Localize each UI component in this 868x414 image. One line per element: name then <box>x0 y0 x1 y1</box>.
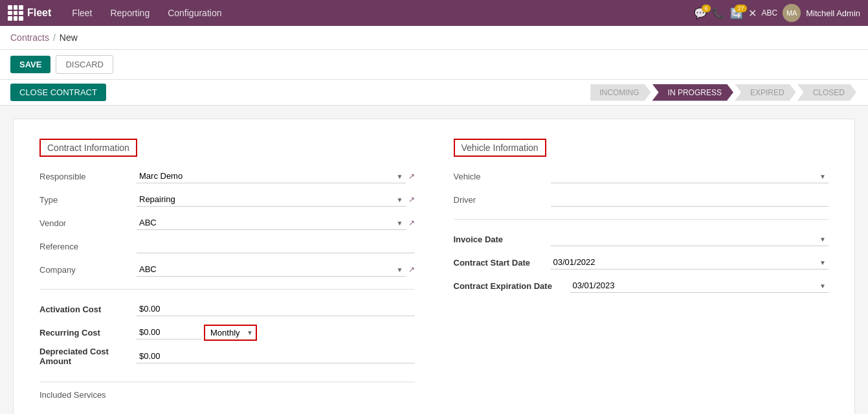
depreciated-cost-value <box>137 349 415 363</box>
driver-input[interactable] <box>551 192 829 207</box>
company-value: ABC ▼ ↗ <box>137 262 415 277</box>
breadcrumb-parent[interactable]: Contracts <box>10 32 49 43</box>
depreciated-cost-input[interactable] <box>137 349 415 363</box>
company-row: Company ABC ▼ ↗ <box>39 260 415 279</box>
responsible-label: Responsible <box>39 172 137 181</box>
status-steps: INCOMING IN PROGRESS EXPIRED CLOSED <box>590 84 858 101</box>
topnav: Fleet Fleet Reporting Configuration 💬6 📞… <box>0 0 868 26</box>
vehicle-info-column: Vehicle Information Vehicle ▼ <box>454 139 829 405</box>
contract-expiration-row: Contract Expiration Date 03/01/2023 ▼ <box>454 277 829 295</box>
status-step-incoming[interactable]: INCOMING <box>590 84 651 101</box>
monthly-frequency-wrapper[interactable]: Monthly Daily Weekly Yearly ▼ <box>204 325 257 341</box>
contract-start-label: Contract Start Date <box>454 258 551 268</box>
nav-fleet[interactable]: Fleet <box>64 4 100 22</box>
action-bar: SAVE DISCARD <box>0 50 868 80</box>
recurring-cost-value: Monthly Daily Weekly Yearly ▼ <box>137 325 415 341</box>
discard-button[interactable]: DISCARD <box>56 55 113 74</box>
status-step-in-progress[interactable]: IN PROGRESS <box>652 84 733 101</box>
vehicle-select-wrapper[interactable]: ▼ <box>551 169 829 183</box>
status-step-expired[interactable]: EXPIRED <box>735 84 796 101</box>
responsible-select[interactable]: Marc Demo <box>137 169 406 183</box>
activation-cost-input[interactable] <box>137 302 415 316</box>
recurring-cost-row: Recurring Cost Monthly Daily Weekly Year… <box>39 323 415 341</box>
company-label: Company <box>39 265 137 275</box>
contract-expiration-select[interactable]: 03/01/2023 <box>570 279 829 293</box>
invoice-date-select[interactable]: 03/01/2022 <box>551 232 829 246</box>
form-card: Contract Information Responsible Marc De… <box>13 119 855 414</box>
vendor-external-link-icon[interactable]: ↗ <box>408 218 415 227</box>
close-contract-button[interactable]: CLOSE CONTRACT <box>10 84 106 101</box>
vendor-select[interactable]: ABC <box>137 216 406 230</box>
activity-icon[interactable]: 🔄27 <box>730 7 743 19</box>
depreciated-cost-row: Depreciated Cost Amount <box>39 347 415 366</box>
status-bar: CLOSE CONTRACT INCOMING IN PROGRESS EXPI… <box>0 80 868 106</box>
vendor-select-wrapper[interactable]: ABC ▼ <box>137 216 406 230</box>
vendor-label: Vendor <box>39 218 137 228</box>
contract-start-select[interactable]: 03/01/2022 <box>551 255 829 270</box>
contract-start-row: Contract Start Date 03/01/2022 ▼ <box>454 253 829 271</box>
username: Mitchell Admin <box>806 8 860 18</box>
vendor-row: Vendor ABC ▼ ↗ <box>39 214 415 232</box>
company-external-link-icon[interactable]: ↗ <box>408 265 415 274</box>
vehicle-select[interactable] <box>551 169 829 183</box>
close-icon[interactable]: ✕ <box>748 7 757 19</box>
type-external-link-icon[interactable]: ↗ <box>408 195 415 204</box>
save-button[interactable]: SAVE <box>10 56 50 73</box>
user-abbr: ABC <box>762 8 778 17</box>
form-columns: Contract Information Responsible Marc De… <box>39 139 829 405</box>
type-label: Type <box>39 195 137 205</box>
grid-icon <box>8 5 23 21</box>
reference-row: Reference <box>39 237 415 255</box>
nav-reporting[interactable]: Reporting <box>102 4 157 22</box>
contract-start-value: 03/01/2022 ▼ <box>551 255 829 270</box>
status-step-closed[interactable]: CLOSED <box>797 84 856 101</box>
invoice-date-label: Invoice Date <box>454 235 551 244</box>
breadcrumb-current: New <box>60 32 78 43</box>
contract-info-column: Contract Information Responsible Marc De… <box>39 139 415 405</box>
activation-cost-label: Activation Cost <box>39 305 137 314</box>
vehicle-info-header: Vehicle Information <box>454 139 546 157</box>
breadcrumb: Contracts / New <box>0 26 868 50</box>
invoice-date-select-wrapper[interactable]: 03/01/2022 ▼ <box>551 232 829 246</box>
recurring-cost-label: Recurring Cost <box>39 328 137 338</box>
invoice-date-row: Invoice Date 03/01/2022 ▼ <box>454 230 829 248</box>
vehicle-row: Vehicle ▼ <box>454 167 829 185</box>
contract-expiration-select-wrapper[interactable]: 03/01/2023 ▼ <box>570 279 829 293</box>
monthly-frequency-select[interactable]: Monthly Daily Weekly Yearly <box>210 328 250 338</box>
contract-info-header: Contract Information <box>39 139 137 157</box>
avatar[interactable]: MA <box>783 4 801 22</box>
contract-expiration-value: 03/01/2023 ▼ <box>570 279 829 293</box>
breadcrumb-separator: / <box>53 32 56 43</box>
company-select[interactable]: ABC <box>137 262 406 277</box>
included-services-label: Included Services <box>39 390 415 400</box>
type-select-wrapper[interactable]: Repairing ▼ <box>137 192 406 207</box>
responsible-row: Responsible Marc Demo ▼ ↗ <box>39 167 415 185</box>
nav-links: Fleet Reporting Configuration <box>64 4 229 22</box>
activation-cost-row: Activation Cost <box>39 300 415 318</box>
reference-input[interactable] <box>137 239 415 253</box>
responsible-select-wrapper[interactable]: Marc Demo ▼ <box>137 169 406 183</box>
chat-icon[interactable]: 💬6 <box>694 7 707 19</box>
phone-icon[interactable]: 📞 <box>712 7 725 19</box>
type-select[interactable]: Repairing <box>137 192 406 207</box>
type-row: Type Repairing ▼ ↗ <box>39 190 415 209</box>
app-logo[interactable]: Fleet <box>8 5 51 21</box>
driver-label: Driver <box>454 195 551 205</box>
topnav-right: 💬6 📞 🔄27 ✕ ABC MA Mitchell Admin <box>694 4 861 22</box>
contract-start-select-wrapper[interactable]: 03/01/2022 ▼ <box>551 255 829 270</box>
vehicle-value: ▼ <box>551 169 829 183</box>
responsible-external-link-icon[interactable]: ↗ <box>408 172 415 181</box>
recurring-cost-input[interactable] <box>137 325 201 339</box>
type-value: Repairing ▼ ↗ <box>137 192 415 207</box>
main-content: Contract Information Responsible Marc De… <box>0 106 868 414</box>
responsible-value: Marc Demo ▼ ↗ <box>137 169 415 183</box>
depreciated-cost-label: Depreciated Cost Amount <box>39 347 137 366</box>
reference-label: Reference <box>39 242 137 251</box>
company-select-wrapper[interactable]: ABC ▼ <box>137 262 406 277</box>
nav-configuration[interactable]: Configuration <box>160 4 229 22</box>
app-name: Fleet <box>27 7 51 19</box>
driver-row: Driver <box>454 190 829 209</box>
contract-expiration-label: Contract Expiration Date <box>454 281 570 291</box>
vehicle-label: Vehicle <box>454 172 551 181</box>
invoice-date-value: 03/01/2022 ▼ <box>551 232 829 246</box>
